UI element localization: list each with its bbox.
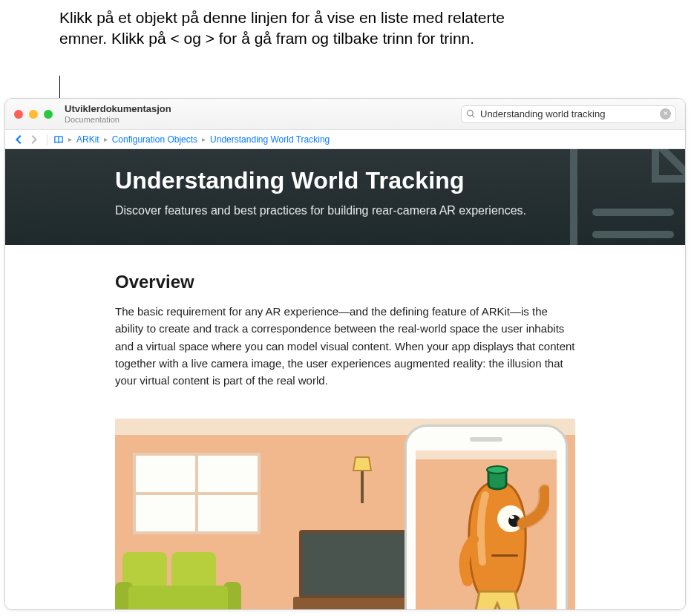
breadcrumb-separator: ▸ — [67, 135, 73, 143]
page-title: Understanding World Tracking — [115, 167, 575, 194]
breadcrumb-separator: ▸ — [102, 135, 109, 143]
overview-heading: Overview — [115, 272, 575, 292]
svg-rect-1 — [592, 231, 674, 238]
nav-back-button[interactable] — [11, 133, 24, 146]
svg-rect-8 — [128, 586, 228, 609]
svg-point-9 — [487, 466, 508, 474]
breadcrumb-item[interactable]: ARKit — [76, 134, 99, 145]
close-button[interactable] — [14, 110, 23, 119]
overview-paragraph: The basic requirement for any AR experie… — [115, 303, 575, 389]
svg-rect-0 — [592, 209, 674, 216]
svg-rect-13 — [491, 554, 518, 557]
nav-divider — [47, 134, 48, 145]
document-sheet-icon — [559, 149, 685, 245]
minimize-button[interactable] — [29, 110, 38, 119]
illustration-sofa — [115, 545, 241, 609]
search-field[interactable] — [461, 105, 676, 123]
content-area[interactable]: Understanding World Tracking Discover fe… — [5, 149, 685, 609]
page-subtitle: Discover features and best practices for… — [115, 202, 575, 220]
illustration-lamp — [353, 451, 372, 503]
breadcrumb-bar: ▸ ARKit ▸ Configuration Objects ▸ Unders… — [5, 130, 685, 149]
chevron-right-icon — [31, 135, 38, 144]
search-input[interactable] — [480, 108, 655, 119]
svg-rect-5 — [171, 552, 216, 589]
window-title-stack: Utviklerdokumentasjon Documentation — [65, 104, 171, 123]
window-traffic-lights — [14, 110, 53, 119]
svg-point-12 — [510, 516, 514, 519]
annotation-callout-text: Klikk på et objekt på denne linjen for å… — [59, 7, 520, 50]
illustration — [115, 419, 575, 609]
search-icon — [466, 109, 476, 119]
illustration-character — [445, 465, 549, 609]
clear-search-button[interactable] — [660, 108, 671, 119]
breadcrumb-separator: ▸ — [200, 135, 207, 143]
window-subtitle: Documentation — [65, 115, 171, 124]
fullscreen-button[interactable] — [44, 110, 53, 119]
illustration-tv — [293, 530, 419, 609]
breadcrumb-item[interactable]: Configuration Objects — [112, 134, 197, 145]
window-titlebar: Utviklerdokumentasjon Documentation — [5, 99, 685, 130]
illustration-window — [133, 453, 261, 534]
book-icon[interactable] — [53, 134, 64, 145]
chevron-left-icon — [15, 135, 22, 144]
window-title: Utviklerdokumentasjon — [65, 104, 171, 114]
nav-forward-button[interactable] — [27, 133, 41, 146]
breadcrumb-item[interactable]: Understanding World Tracking — [210, 134, 330, 145]
documentation-window: Utviklerdokumentasjon Documentation ▸ AR… — [4, 98, 686, 610]
hero-banner: Understanding World Tracking Discover fe… — [5, 149, 685, 245]
article-body: Overview The basic requirement for any A… — [5, 245, 685, 609]
illustration-phone — [405, 425, 568, 609]
illustration-phone-screen — [416, 450, 557, 609]
svg-rect-3 — [361, 471, 364, 503]
